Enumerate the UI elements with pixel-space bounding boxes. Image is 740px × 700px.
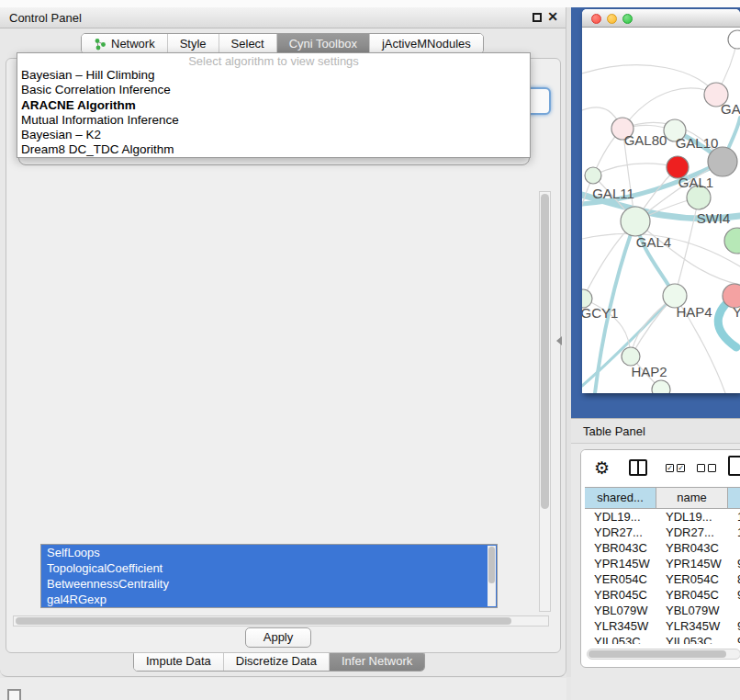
node-label: SWI4 — [697, 210, 731, 226]
table-row[interactable]: YDL19...YDL19...13... — [585, 509, 740, 525]
collapsed-panel-icon[interactable] — [7, 689, 21, 700]
table-rows: YDL19...YDL19...13...YDR27...YDR27...12.… — [585, 509, 740, 644]
tab-discretize-data[interactable]: Discretize Data — [224, 651, 330, 671]
table-cell: 12... — [728, 525, 740, 540]
algorithm-option[interactable]: Basic Correlation Inference — [17, 83, 530, 97]
settings-vertical-scrollbar[interactable] — [539, 191, 551, 612]
control-panel-titlebar: Control Panel ✕ — [0, 7, 566, 28]
top-strip — [0, 0, 740, 7]
network-view-window[interactable]: GALGAL80GAL10GAL1GAL11SWI4GAL4GCY1HAP4YH… — [582, 9, 740, 393]
control-panel-tabs: NetworkStyleSelectCyni ToolboxjActiveMNo… — [81, 33, 484, 54]
algorithm-option[interactable]: Bayesian – K2 — [17, 128, 530, 142]
node-label: Y — [733, 304, 740, 320]
tab-infer-network[interactable]: Infer Network — [330, 651, 424, 671]
table-cell: 9. — [728, 618, 740, 634]
table-row[interactable]: YPR145WYPR145W9. — [585, 556, 740, 571]
tab-label: Network — [111, 37, 155, 51]
table-cell: YDL19... — [656, 509, 728, 525]
network-node[interactable] — [585, 167, 601, 184]
tab-label: Style — [180, 37, 207, 51]
table-cell: YDL19... — [585, 509, 656, 525]
table-cell: 13... — [728, 509, 740, 525]
table-row[interactable]: YBR045CYBR045C9. — [585, 587, 740, 603]
table-cell: YBR045C — [656, 587, 728, 603]
algorithm-option[interactable]: Mutual Information Inference — [17, 113, 530, 128]
tab-select[interactable]: Select — [219, 34, 277, 53]
network-node[interactable] — [622, 347, 640, 366]
columns-icon[interactable] — [629, 459, 647, 476]
column-header-a[interactable]: A — [728, 488, 740, 508]
table-cell: YPR145W — [656, 556, 728, 571]
deselect-all-checkboxes-icon[interactable] — [697, 464, 716, 472]
apply-button[interactable]: Apply — [245, 627, 311, 648]
table-cell: YBR043C — [585, 540, 656, 556]
gear-icon[interactable]: ⚙ — [594, 457, 610, 479]
table-cell: YDR27... — [585, 525, 656, 540]
network-node[interactable] — [728, 30, 740, 49]
table-panel: Table Panel ⚙ ✓✓ shared...nameA YDL19...… — [571, 418, 740, 700]
table-row[interactable]: YBR043CYBR043C — [585, 540, 740, 556]
table-row[interactable]: YIL053CYIL053C9. — [585, 634, 740, 644]
minimize-window-icon[interactable] — [607, 14, 617, 24]
tab-network[interactable]: Network — [82, 34, 168, 53]
network-desktop: GALGAL80GAL10GAL1GAL11SWI4GAL4GCY1HAP4YH… — [571, 7, 740, 418]
tab-impute-data[interactable]: Impute Data — [134, 651, 224, 671]
network-node[interactable] — [652, 380, 670, 393]
data-attribute-item[interactable]: SelfLoops — [41, 545, 497, 560]
algorithm-dropdown-placeholder: Select algorithm to view settings — [17, 54, 530, 68]
table-cell: 8. — [728, 571, 740, 587]
network-node[interactable] — [724, 228, 740, 254]
splitter-collapse-icon[interactable] — [556, 336, 562, 345]
table-row[interactable]: YER054CYER054C8. — [585, 571, 740, 587]
data-attribute-item[interactable]: TopologicalCoefficient — [41, 560, 497, 576]
algorithm-option[interactable]: Dream8 DC_TDC Algorithm — [17, 142, 530, 157]
network-canvas[interactable]: GALGAL80GAL10GAL1GAL11SWI4GAL4GCY1HAP4YH… — [582, 28, 740, 393]
list-scrollbar[interactable] — [488, 546, 496, 606]
network-node[interactable] — [708, 147, 737, 176]
node-label: GAL4 — [636, 234, 671, 250]
table-cell: YER054C — [656, 571, 728, 587]
node-label: GAL80 — [624, 132, 667, 148]
network-window-titlebar[interactable] — [582, 9, 740, 28]
node-label: HAP4 — [676, 304, 712, 320]
tab-style[interactable]: Style — [168, 34, 219, 53]
table-cell: YLR345W — [585, 618, 656, 634]
table-row[interactable]: YDR27...YDR27...12... — [585, 525, 740, 540]
node-label: GAL10 — [676, 135, 719, 151]
tab-jactivemnodules[interactable]: jActiveMNodules — [370, 34, 483, 53]
node-label: HAP2 — [631, 364, 667, 379]
table-toolbar: ⚙ ✓✓ — [581, 450, 740, 487]
table-cell: 9. — [728, 556, 740, 571]
table-cell: YBL079W — [656, 603, 728, 618]
cyni-mode-tabs: Impute DataDiscretize DataInfer Network — [133, 650, 425, 672]
data-attribute-item[interactable]: gal4RGexp — [41, 592, 497, 607]
network-icon — [94, 38, 107, 51]
data-attributes-list[interactable]: SelfLoopsTopologicalCoefficientBetweenne… — [40, 544, 498, 608]
network-edge[interactable] — [675, 198, 699, 296]
settings-horizontal-scrollbar[interactable] — [13, 615, 549, 627]
network-node[interactable] — [621, 207, 650, 236]
close-window-icon[interactable] — [591, 14, 601, 24]
column-header-shared[interactable]: shared... — [585, 488, 656, 508]
table-row[interactable]: YLR345WYLR345W9. — [585, 618, 740, 634]
table-cell — [728, 603, 740, 618]
network-edge[interactable] — [635, 221, 740, 285]
data-attribute-item[interactable]: BetweennessCentrality — [41, 576, 497, 592]
table-row[interactable]: YBL079WYBL079W — [585, 603, 740, 618]
document-icon[interactable] — [728, 456, 740, 476]
network-edge[interactable] — [582, 65, 716, 95]
network-edge[interactable] — [593, 164, 678, 175]
select-all-checkboxes-icon[interactable]: ✓✓ — [666, 464, 685, 472]
table-cell: 9. — [728, 634, 740, 644]
table-cell: YDR27... — [656, 525, 728, 540]
algorithm-option[interactable]: Bayesian – Hill Climbing — [17, 68, 530, 83]
tab-label: jActiveMNodules — [382, 37, 471, 51]
algorithm-option[interactable]: ARACNE Algorithm — [17, 98, 530, 113]
tab-label: Select — [231, 37, 264, 51]
close-panel-icon[interactable]: ✕ — [547, 9, 558, 24]
float-panel-icon[interactable] — [533, 13, 542, 22]
column-header-name[interactable]: name — [656, 488, 728, 508]
tab-cyni-toolbox[interactable]: Cyni Toolbox — [277, 34, 370, 53]
table-horizontal-scrollbar[interactable] — [587, 649, 740, 660]
zoom-window-icon[interactable] — [622, 14, 633, 24]
